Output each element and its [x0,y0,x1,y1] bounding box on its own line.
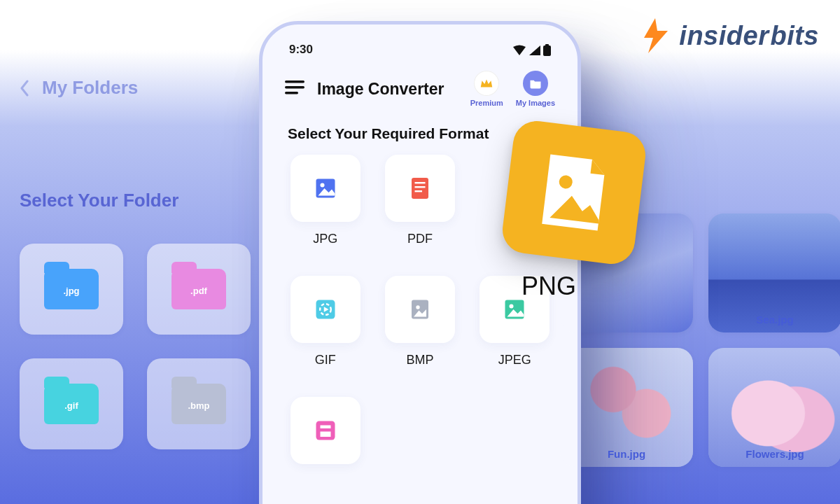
format-jpg[interactable]: JPG [285,155,365,246]
document-pdf-icon [407,176,433,201]
image-caption: Fun.jpg [603,447,650,461]
wifi-icon [512,45,526,56]
chevron-left-icon [20,80,29,97]
image-caption [622,322,631,325]
format-label: JPEG [498,353,531,368]
play-gif-icon [313,297,338,322]
svg-rect-11 [414,190,422,192]
watermark-logo: insiderbits [634,17,819,55]
folder-ext: .gif [64,400,78,411]
premium-button[interactable]: Premium [470,71,503,107]
image-card[interactable]: Sea.jpg [708,214,840,332]
my-images-label: My Images [516,99,555,107]
svg-rect-5 [285,92,298,94]
back-row[interactable]: My Folders [20,77,272,99]
svg-rect-10 [414,186,425,188]
folder-icon: .bmp [172,384,226,424]
image-jpg-icon [313,176,338,201]
image-caption: Sea.jpg [752,312,797,327]
svg-rect-8 [412,178,428,199]
format-label: JPG [313,232,337,246]
image-caption: Flowers.jpg [741,447,808,461]
phone-mockup: 9:30 Image Converter Premium [259,21,581,504]
folder-ext: .pdf [190,286,207,296]
status-time: 9:30 [289,43,313,57]
svg-rect-3 [285,80,304,83]
folder-grid: .jpg .pdf .gif .bmp [20,244,272,449]
format-bmp[interactable]: BMP [379,276,460,368]
svg-rect-1 [543,46,551,56]
folder-card[interactable]: .bmp [147,358,251,449]
folder-ext: .jpg [63,286,79,296]
folder-icon: .gif [44,384,99,424]
app-header: Image Converter Premium My Images [268,61,572,110]
image-bmp-icon [407,297,433,322]
folder-card[interactable]: .gif [20,358,123,449]
hamburger-icon [285,80,304,95]
folder-card[interactable]: .pdf [147,244,251,335]
status-bar: 9:30 [268,30,572,61]
svg-rect-4 [285,86,304,89]
bg-left-panel: My Folders Select Your Folder .jpg .pdf … [20,77,272,449]
format-label: GIF [315,353,336,368]
format-png-tile[interactable] [500,118,648,267]
folder-icon: .jpg [44,269,99,309]
svg-rect-18 [316,421,335,440]
cellular-icon [528,45,541,56]
format-label: BMP [406,353,433,368]
folder-icon [523,71,548,96]
image-webp-icon [313,418,338,443]
bolt-icon [634,17,676,55]
image-card[interactable]: Flowers.jpg [708,348,840,467]
svg-rect-19 [320,426,330,429]
app-title: Image Converter [317,80,444,99]
premium-label: Premium [470,99,503,107]
menu-button[interactable] [285,80,304,98]
format-pdf[interactable]: PDF [379,155,460,246]
select-folder-title: Select Your Folder [20,190,272,211]
svg-point-15 [416,305,419,309]
format-webp[interactable] [285,397,365,474]
back-label: My Folders [42,77,138,99]
image-png-icon [527,146,621,239]
svg-marker-0 [644,18,668,53]
brand-text-suffix: bits [770,21,819,51]
svg-rect-2 [545,44,549,46]
folder-card[interactable]: .jpg [20,244,123,335]
svg-point-17 [510,304,514,309]
svg-rect-20 [320,432,330,438]
folder-ext: .bmp [188,400,209,411]
format-label: PDF [407,232,433,246]
svg-point-7 [320,183,324,188]
crown-icon [474,71,499,96]
format-png-label: PNG [522,272,576,301]
folder-icon: .pdf [172,269,226,309]
my-images-button[interactable]: My Images [516,71,555,107]
battery-icon [543,44,551,56]
brand-text-prefix: insider [679,21,769,51]
svg-rect-9 [414,182,425,183]
format-gif[interactable]: GIF [285,276,365,368]
